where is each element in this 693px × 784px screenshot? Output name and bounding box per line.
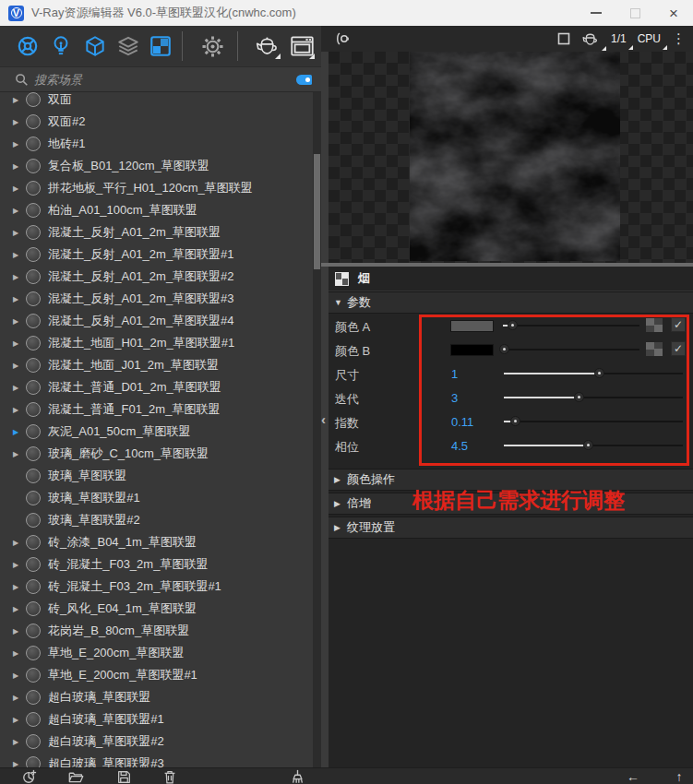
slider-track[interactable] [504, 373, 683, 374]
preview-follow-button[interactable] [334, 31, 352, 46]
material-list-item[interactable]: ▶ 地砖#1 [0, 133, 313, 155]
section-parameters[interactable]: ▼ 参数 [329, 291, 693, 314]
render-button[interactable] [255, 33, 281, 59]
back-button[interactable]: ← [625, 769, 641, 784]
material-list-item[interactable]: ▶ 玻璃_草图联盟#2 [0, 509, 313, 531]
texture-map-button[interactable] [646, 318, 663, 332]
slider-handle[interactable] [583, 440, 593, 450]
section-texture-placement[interactable]: ▶ 纹理放置 [329, 517, 693, 539]
parameter-value[interactable]: 3 [451, 391, 458, 405]
material-list-item[interactable]: ▶ 混凝土_地面_J01_2m_草图联盟 [0, 354, 313, 376]
expand-arrow-icon[interactable]: ▶ [13, 561, 24, 569]
expand-arrow-icon[interactable]: ▶ [13, 450, 24, 458]
material-list-item[interactable]: ▶ 超白玻璃_草图联盟#1 [0, 708, 313, 731]
geometry-tab-button[interactable] [82, 33, 108, 59]
enable-checkbox[interactable]: ✓ [671, 317, 686, 332]
material-list-item[interactable]: ▶ 混凝土_地面_H01_2m_草图联盟#1 [0, 332, 313, 354]
slider-handle[interactable] [594, 368, 604, 378]
preview-menu-button[interactable]: ⋮ [672, 30, 686, 47]
expand-arrow-icon[interactable]: ▶ [13, 317, 24, 326]
slider-handle[interactable] [499, 344, 509, 354]
parameter-value[interactable]: 0.11 [451, 415, 473, 429]
expand-arrow-icon[interactable]: ▶ [13, 96, 24, 104]
material-list-item[interactable]: ▶ 混凝土_反射_A01_2m_草图联盟#1 [0, 244, 313, 266]
material-list-item[interactable]: ▶ 玻璃_草图联盟 [0, 465, 313, 487]
texture-map-button[interactable] [646, 342, 663, 356]
save-button[interactable] [115, 769, 132, 784]
material-list-item[interactable]: ▶ 玻璃_磨砂_C_10cm_草图联盟 [0, 443, 313, 465]
material-list-item[interactable]: ▶ 砖_混凝土_F03_2m_草图联盟 [0, 553, 313, 576]
material-list-item[interactable]: ▶ 混凝土_反射_A01_2m_草图联盟#3 [0, 288, 313, 310]
expand-arrow-icon[interactable]: ▶ [13, 428, 24, 436]
expand-arrow-icon[interactable]: ▶ [13, 362, 24, 370]
frame-buffer-button[interactable] [289, 33, 315, 59]
engine-button[interactable]: CPU [638, 32, 661, 45]
expand-arrow-icon[interactable]: ▶ [13, 207, 24, 215]
quick-filter-icon[interactable] [296, 75, 312, 85]
color-swatch[interactable] [450, 320, 494, 332]
material-list-item[interactable]: ▶ 混凝土_普通_D01_2m_草图联盟 [0, 376, 313, 398]
materials-tab-button[interactable] [15, 33, 41, 59]
parameter-value[interactable]: 4.5 [451, 439, 468, 453]
panel-divider[interactable] [321, 52, 329, 767]
expand-arrow-icon[interactable]: ▶ [13, 229, 24, 237]
frame-count-dropdown-icon[interactable] [628, 45, 633, 50]
frame-count-button[interactable]: 1/1 [611, 32, 627, 45]
search-input[interactable] [34, 73, 296, 87]
layers-tab-button[interactable] [115, 33, 141, 59]
material-list-item[interactable]: ▶ 拼花地板_平行_H01_120cm_草图联盟 [0, 177, 313, 199]
slider-track[interactable] [503, 325, 639, 327]
expand-arrow-icon[interactable]: ▶ [13, 273, 24, 281]
expand-arrow-icon[interactable]: ▶ [13, 760, 24, 768]
slider-track[interactable] [504, 445, 683, 446]
expand-arrow-icon[interactable]: ▶ [13, 539, 24, 547]
slider-track[interactable] [503, 349, 639, 350]
textures-tab-button[interactable] [148, 33, 173, 59]
material-list-item[interactable]: ▶ 双面 [0, 92, 313, 111]
expand-arrow-icon[interactable]: ▶ [13, 627, 24, 636]
engine-dropdown-icon[interactable] [663, 45, 667, 50]
expand-arrow-icon[interactable]: ▶ [13, 339, 24, 348]
material-list-item[interactable]: ▶ 砖_混凝土_F03_2m_草图联盟#1 [0, 576, 313, 598]
slider-track[interactable] [504, 397, 683, 398]
expand-arrow-icon[interactable]: ▶ [13, 738, 24, 746]
purge-unused-button[interactable] [289, 769, 305, 784]
slider-track[interactable] [504, 421, 683, 422]
material-list-item[interactable]: ▶ 超白玻璃_草图联盟 [0, 686, 313, 708]
stop-render-button[interactable] [557, 32, 570, 45]
material-list-item[interactable]: ▶ 复合板_B01_120cm_草图联盟 [0, 155, 313, 177]
open-file-button[interactable] [67, 769, 84, 784]
material-list-item[interactable]: ▶ 花岗岩_B_80cm_草图联盟 [0, 620, 313, 642]
material-list-item[interactable]: ▶ 灰泥_A01_50cm_草图联盟 [0, 421, 313, 443]
material-list-item[interactable]: ▶ 双面#2 [0, 111, 313, 133]
expand-arrow-icon[interactable]: ▶ [13, 251, 24, 259]
expand-arrow-icon[interactable]: ▶ [13, 694, 24, 702]
material-list-item[interactable]: ▶ 砖_涂漆_B04_1m_草图联盟 [0, 531, 313, 553]
material-list-item[interactable]: ▶ 超白玻璃_草图联盟#2 [0, 731, 313, 753]
close-button[interactable]: × [654, 0, 693, 26]
slider-handle[interactable] [510, 416, 520, 426]
expand-arrow-icon[interactable]: ▶ [13, 295, 24, 303]
list-scrollbar[interactable] [313, 92, 321, 767]
slider-handle[interactable] [574, 392, 584, 402]
color-swatch[interactable] [450, 344, 494, 356]
expand-arrow-icon[interactable]: ▶ [13, 140, 24, 148]
material-list-item[interactable]: ▶ 混凝土_普通_F01_2m_草图联盟 [0, 398, 313, 421]
material-list-item[interactable]: ▶ 混凝土_反射_A01_2m_草图联盟#4 [0, 310, 313, 332]
material-list-item[interactable]: ▶ 玻璃_草图联盟#1 [0, 487, 313, 509]
render-last-dropdown-icon[interactable] [602, 46, 606, 51]
expand-arrow-icon[interactable]: ▶ [13, 605, 24, 613]
up-button[interactable]: ↑ [671, 769, 687, 784]
material-list-item[interactable]: ▶ 草地_E_200cm_草图联盟#1 [0, 664, 313, 686]
expand-arrow-icon[interactable]: ▶ [13, 162, 24, 171]
expand-arrow-icon[interactable]: ▶ [13, 716, 24, 724]
lights-tab-button[interactable] [48, 33, 74, 59]
material-list-item[interactable]: ▶ 超白玻璃_草图联盟#3 [0, 753, 313, 767]
expand-arrow-icon[interactable]: ▶ [13, 118, 24, 126]
delete-button[interactable] [161, 769, 178, 784]
parameter-value[interactable]: 1 [451, 367, 458, 381]
expand-arrow-icon[interactable]: ▶ [13, 671, 24, 680]
minimize-button[interactable] [577, 0, 615, 26]
slider-handle[interactable] [508, 320, 518, 330]
frame-buffer-dropdown-icon[interactable] [309, 53, 315, 59]
